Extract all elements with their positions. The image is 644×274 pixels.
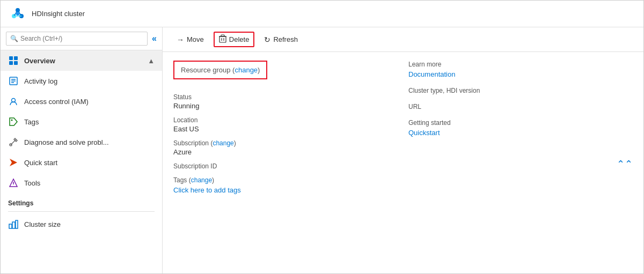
- settings-divider: [8, 211, 155, 212]
- resource-group-box: Resource group (change): [173, 61, 267, 79]
- location-value: East US: [173, 125, 392, 133]
- move-label: Move: [187, 35, 204, 43]
- svg-point-3: [16, 12, 19, 16]
- url-section: URL: [408, 103, 633, 110]
- settings-section-title: Settings: [1, 193, 162, 209]
- svg-rect-7: [9, 56, 13, 60]
- sidebar-item-tags-label: Tags: [24, 118, 39, 126]
- sidebar-item-cluster-size[interactable]: Cluster size: [1, 214, 162, 234]
- sidebar-item-activity-log-label: Activity log: [24, 77, 57, 85]
- refresh-button[interactable]: ↻ Refresh: [259, 33, 303, 47]
- detail-panel: Resource group (change) Status Running L…: [163, 52, 643, 274]
- access-control-icon: [8, 96, 19, 107]
- tools-icon: [8, 177, 19, 188]
- resource-group-change-link[interactable]: change: [235, 66, 258, 74]
- sidebar-item-tools[interactable]: Tools: [1, 173, 162, 193]
- search-input[interactable]: [6, 32, 148, 46]
- svg-marker-20: [10, 159, 17, 166]
- cluster-size-icon: [8, 219, 19, 229]
- move-button[interactable]: → Move: [171, 33, 209, 47]
- add-tags-link[interactable]: Click here to add tags: [173, 186, 241, 194]
- sidebar-item-overview[interactable]: Overview ▲: [1, 50, 162, 71]
- content-area: → Move Delete ↻ Refresh: [163, 27, 643, 274]
- svg-rect-25: [16, 220, 18, 228]
- hdi-logo: [9, 5, 26, 23]
- subscription-change-link[interactable]: change: [213, 139, 233, 147]
- svg-rect-9: [9, 61, 13, 65]
- sidebar-item-tags[interactable]: Tags: [1, 112, 162, 132]
- sidebar-item-diagnose-label: Diagnose and solve probl...: [24, 138, 109, 146]
- tags-icon: [8, 116, 19, 127]
- sidebar-item-tools-label: Tools: [24, 179, 40, 187]
- location-label: Location: [173, 116, 392, 124]
- getting-started-section: Getting started Quickstart: [408, 119, 633, 137]
- subscription-id-field: Subscription ID: [173, 162, 392, 170]
- quick-start-icon: [8, 157, 19, 168]
- main-layout: 🔍 « Overview ▲ Activity log: [1, 27, 643, 274]
- url-label: URL: [408, 103, 633, 110]
- subscription-id-label: Subscription ID: [173, 162, 392, 170]
- delete-icon: [219, 34, 226, 45]
- sidebar-item-overview-label: Overview: [24, 57, 55, 65]
- quickstart-link[interactable]: Quickstart: [408, 129, 633, 137]
- learn-more-section: Learn more Documentation: [408, 61, 633, 78]
- collapse-sidebar-button[interactable]: «: [152, 34, 157, 43]
- subscription-link[interactable]: Azure: [173, 148, 192, 156]
- subscription-label: Subscription (change): [173, 139, 392, 147]
- tags-field: Tags (change) Click here to add tags: [173, 176, 392, 194]
- sidebar: 🔍 « Overview ▲ Activity log: [1, 27, 163, 274]
- sidebar-item-quick-start-label: Quick start: [24, 159, 57, 167]
- cluster-type-section: Cluster type, HDI version: [408, 87, 633, 94]
- learn-more-label: Learn more: [408, 61, 633, 68]
- location-field: Location East US: [173, 116, 392, 133]
- svg-rect-8: [14, 56, 18, 60]
- toolbar: → Move Delete ↻ Refresh: [163, 27, 643, 52]
- svg-point-17: [11, 120, 13, 121]
- move-icon: →: [177, 35, 184, 44]
- sidebar-item-access-control[interactable]: Access control (IAM): [1, 91, 162, 112]
- sidebar-item-activity-log[interactable]: Activity log: [1, 71, 162, 91]
- svg-rect-10: [14, 61, 18, 65]
- search-icon: 🔍: [10, 35, 18, 42]
- subscription-value: Azure: [173, 148, 392, 156]
- status-label: Status: [173, 93, 392, 101]
- detail-left-section: Resource group (change) Status Running L…: [173, 61, 403, 201]
- search-bar: 🔍 «: [1, 27, 162, 50]
- overview-icon: [8, 55, 19, 66]
- status-value: Running: [173, 102, 392, 110]
- overview-collapse-arrow: ▲: [148, 57, 155, 65]
- detail-right-section: Learn more Documentation Cluster type, H…: [403, 61, 633, 201]
- documentation-link[interactable]: Documentation: [408, 70, 633, 78]
- refresh-label: Refresh: [273, 35, 298, 43]
- getting-started-label: Getting started: [408, 119, 633, 127]
- sidebar-item-quick-start[interactable]: Quick start: [1, 152, 162, 173]
- activity-log-icon: [8, 76, 19, 86]
- tags-label: Tags (change): [173, 176, 392, 184]
- svg-rect-24: [12, 222, 15, 228]
- cluster-type-label: Cluster type, HDI version: [408, 87, 633, 94]
- resource-group-label: Resource group (change): [181, 66, 260, 74]
- delete-label: Delete: [229, 35, 250, 43]
- nav-list: Overview ▲ Activity log Access control (…: [1, 50, 162, 274]
- svg-rect-23: [9, 224, 12, 228]
- diagnose-icon: [8, 137, 19, 147]
- svg-rect-28: [221, 35, 224, 36]
- svg-rect-26: [219, 36, 226, 42]
- app-title: HDInsight cluster: [32, 10, 85, 18]
- delete-button[interactable]: Delete: [214, 32, 255, 47]
- subscription-field: Subscription (change) Azure: [173, 139, 392, 156]
- tags-change-link[interactable]: change: [191, 176, 212, 184]
- top-header: HDInsight cluster: [1, 1, 643, 27]
- sidebar-item-diagnose[interactable]: Diagnose and solve probl...: [1, 132, 162, 152]
- sidebar-item-cluster-size-label: Cluster size: [24, 220, 61, 228]
- status-field: Status Running: [173, 93, 392, 110]
- svg-marker-16: [10, 118, 17, 125]
- sidebar-item-access-control-label: Access control (IAM): [24, 98, 89, 106]
- scroll-up-button[interactable]: ⌃⌃: [617, 158, 633, 170]
- refresh-icon: ↻: [264, 35, 270, 44]
